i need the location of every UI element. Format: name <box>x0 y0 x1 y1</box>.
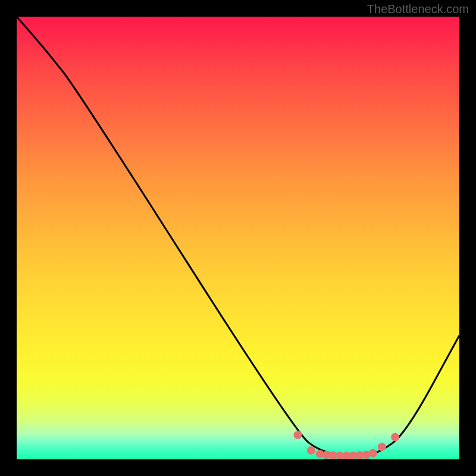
data-dot <box>369 449 377 458</box>
data-dot <box>293 431 302 439</box>
chart-svg <box>17 17 459 459</box>
data-dot <box>307 446 315 455</box>
curve-line <box>17 17 459 456</box>
chart-plot-area <box>17 17 459 459</box>
curve-dots <box>293 431 399 459</box>
watermark-text: TheBottleneck.com <box>367 2 469 16</box>
data-dot <box>378 443 386 451</box>
data-dot <box>391 433 399 441</box>
